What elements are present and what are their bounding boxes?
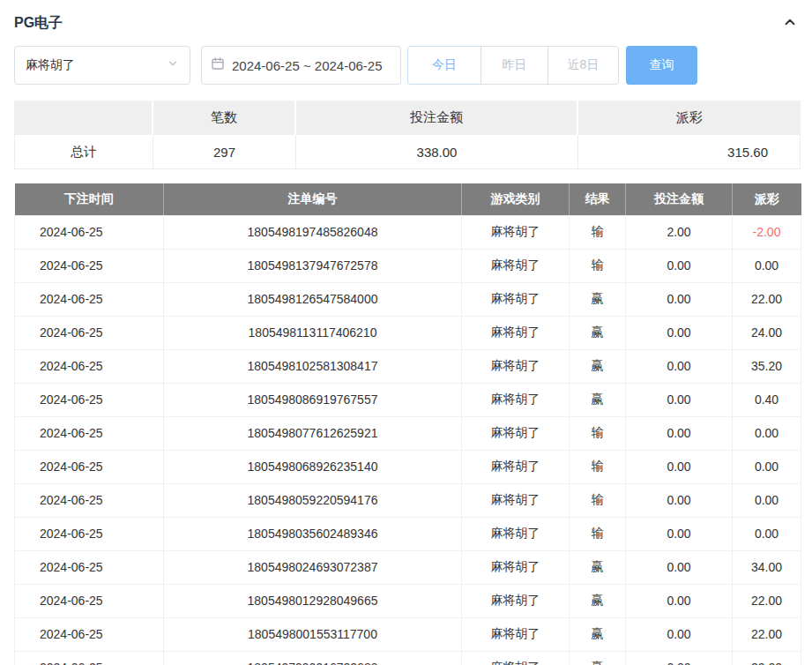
cell-result: 输 <box>570 249 626 282</box>
today-button[interactable]: 今日 <box>407 46 481 85</box>
cell-result: 输 <box>570 416 626 450</box>
cell-bet-amount: 0.00 <box>626 416 733 450</box>
cell-result: 赢 <box>570 617 626 651</box>
cell-bet-id: 1805498024693072387 <box>164 550 462 584</box>
calendar-icon <box>211 56 225 74</box>
cell-game-type: 麻将胡了 <box>462 215 570 249</box>
table-row: 2024-06-25 1805498012928049665 麻将胡了 赢 0.… <box>15 584 801 617</box>
cell-bet-amount: 0.00 <box>626 550 733 584</box>
cell-game-type: 麻将胡了 <box>462 282 570 316</box>
bet-records-table: 下注时间 注单编号 游戏类别 结果 投注金额 派彩 2024-06-25 180… <box>14 183 801 665</box>
cell-payout: 0.40 <box>733 383 801 416</box>
summary-total-row: 总计 297 338.00 315.60 <box>14 135 801 169</box>
cell-result: 输 <box>570 483 626 517</box>
cell-payout: 22.00 <box>733 651 801 665</box>
cell-game-type: 麻将胡了 <box>462 584 570 617</box>
header-game-type: 游戏类别 <box>462 183 570 215</box>
cell-payout: 35.20 <box>733 349 801 383</box>
cell-bet-amount: 0.00 <box>626 349 733 383</box>
cell-bet-id: 1805498035602489346 <box>164 517 462 550</box>
cell-bet-time: 2024-06-25 <box>15 383 164 416</box>
cell-bet-amount: 0.00 <box>626 249 733 282</box>
cell-bet-time: 2024-06-25 <box>15 651 164 665</box>
cell-payout: 0.00 <box>733 483 801 517</box>
chevron-down-icon <box>167 57 179 73</box>
cell-bet-amount: 0.00 <box>626 584 733 617</box>
cell-result: 赢 <box>570 550 626 584</box>
cell-bet-amount: 0.00 <box>626 383 733 416</box>
yesterday-button[interactable]: 昨日 <box>480 46 548 85</box>
cell-payout: 0.00 <box>733 249 801 282</box>
header-result: 结果 <box>570 183 626 215</box>
summary-table: 笔数 投注金额 派彩 总计 297 338.00 315.60 <box>14 101 801 169</box>
cell-result: 赢 <box>570 282 626 316</box>
last-8-days-button[interactable]: 近8日 <box>548 46 619 85</box>
header-bet-time: 下注时间 <box>15 183 164 215</box>
header-bet-amount: 投注金额 <box>626 183 733 215</box>
cell-bet-id: 1805498086919767557 <box>164 383 462 416</box>
cell-bet-id: 1805498113117406210 <box>164 316 462 349</box>
table-row: 2024-06-25 1805498086919767557 麻将胡了 赢 0.… <box>15 383 801 416</box>
filter-bar: 麻将胡了 2024-06-25 ~ 2024-06-25 今日 昨日 近8日 查… <box>14 46 801 85</box>
cell-bet-time: 2024-06-25 <box>15 550 164 584</box>
cell-bet-amount: 0.00 <box>626 517 733 550</box>
cell-game-type: 麻将胡了 <box>462 517 570 550</box>
table-row: 2024-06-25 1805498001553117700 麻将胡了 赢 0.… <box>15 617 801 651</box>
game-select[interactable]: 麻将胡了 <box>14 46 190 85</box>
cell-payout: 0.00 <box>733 416 801 450</box>
cell-result: 赢 <box>570 584 626 617</box>
cell-result: 输 <box>570 517 626 550</box>
date-range-picker[interactable]: 2024-06-25 ~ 2024-06-25 <box>201 46 401 85</box>
cell-payout: 22.00 <box>733 617 801 651</box>
cell-game-type: 麻将胡了 <box>462 550 570 584</box>
cell-bet-time: 2024-06-25 <box>15 483 164 517</box>
cell-bet-id: 1805498102581308417 <box>164 349 462 383</box>
cell-game-type: 麻将胡了 <box>462 483 570 517</box>
cell-bet-amount: 2.00 <box>626 215 733 249</box>
cell-game-type: 麻将胡了 <box>462 383 570 416</box>
header-payout: 派彩 <box>733 183 801 215</box>
bet-table-header-row: 下注时间 注单编号 游戏类别 结果 投注金额 派彩 <box>15 183 801 215</box>
cell-game-type: 麻将胡了 <box>462 416 570 450</box>
cell-bet-amount: 0.00 <box>626 651 733 665</box>
cell-bet-time: 2024-06-25 <box>15 249 164 282</box>
cell-bet-amount: 0.00 <box>626 282 733 316</box>
table-row: 2024-06-25 1805498197485826048 麻将胡了 输 2.… <box>15 215 801 249</box>
cell-bet-amount: 0.00 <box>626 483 733 517</box>
cell-result: 赢 <box>570 316 626 349</box>
quick-range-group: 今日 昨日 近8日 <box>407 46 619 85</box>
cell-payout: 22.00 <box>733 282 801 316</box>
panel-header: PG电子 <box>14 11 801 35</box>
cell-payout: 0.00 <box>733 450 801 483</box>
cell-bet-amount: 0.00 <box>626 316 733 349</box>
table-row: 2024-06-25 1805498102581308417 麻将胡了 赢 0.… <box>15 349 801 383</box>
cell-game-type: 麻将胡了 <box>462 450 570 483</box>
cell-bet-time: 2024-06-25 <box>15 282 164 316</box>
cell-bet-id: 1805497990916722688 <box>164 651 462 665</box>
cell-payout: 24.00 <box>733 316 801 349</box>
cell-payout: 22.00 <box>733 584 801 617</box>
cell-bet-id: 1805498126547584000 <box>164 282 462 316</box>
table-row: 2024-06-25 1805498137947672578 麻将胡了 输 0.… <box>15 249 801 282</box>
cell-bet-id: 1805498068926235140 <box>164 450 462 483</box>
chevron-up-icon <box>782 14 798 33</box>
cell-payout: -2.00 <box>733 215 801 249</box>
cell-result: 输 <box>570 450 626 483</box>
cell-game-type: 麻将胡了 <box>462 316 570 349</box>
summary-header-payout: 派彩 <box>578 101 801 135</box>
cell-result: 赢 <box>570 383 626 416</box>
collapse-button[interactable] <box>779 12 801 34</box>
cell-bet-id: 1805498059220594176 <box>164 483 462 517</box>
cell-game-type: 麻将胡了 <box>462 249 570 282</box>
cell-bet-time: 2024-06-25 <box>15 450 164 483</box>
cell-bet-time: 2024-06-25 <box>15 517 164 550</box>
cell-bet-id: 1805498001553117700 <box>164 617 462 651</box>
cell-bet-amount: 0.00 <box>626 450 733 483</box>
cell-game-type: 麻将胡了 <box>462 617 570 651</box>
search-button[interactable]: 查询 <box>626 46 697 85</box>
table-row: 2024-06-25 1805498068926235140 麻将胡了 输 0.… <box>15 450 801 483</box>
cell-bet-time: 2024-06-25 <box>15 215 164 249</box>
cell-payout: 34.00 <box>733 550 801 584</box>
table-row: 2024-06-25 1805498024693072387 麻将胡了 赢 0.… <box>15 550 801 584</box>
summary-header-count: 笔数 <box>153 101 296 135</box>
